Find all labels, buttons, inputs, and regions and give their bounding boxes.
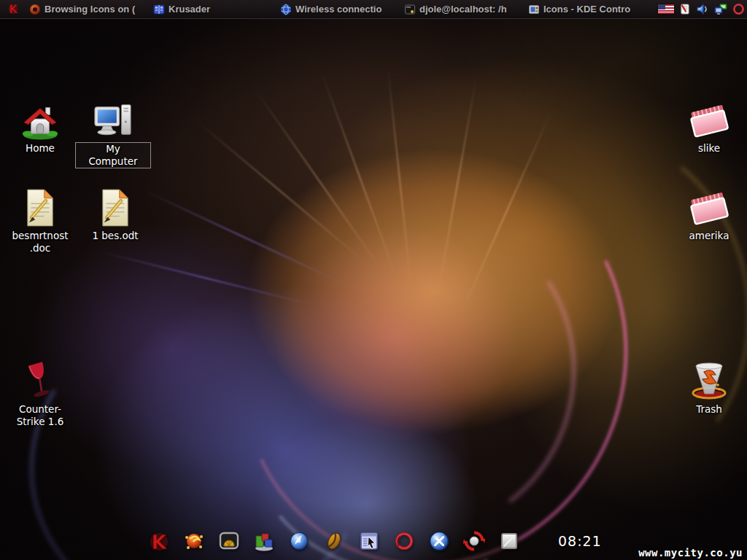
- top-taskbar: K Browsing Icons on ( Krusader Wireless …: [0, 0, 747, 19]
- kword-document-icon: [2, 185, 78, 228]
- desktop-wallpaper: [0, 0, 747, 560]
- icon-label: Home: [2, 142, 78, 155]
- photo-stack-icon: [671, 98, 747, 140]
- desktop-icon-counter-strike[interactable]: Counter-Strike 1.6: [2, 359, 78, 428]
- globe-icon: [280, 4, 292, 15]
- kde-logo-icon[interactable]: K: [7, 2, 20, 15]
- taskbar-window-konqueror[interactable]: Browsing Icons on (: [26, 0, 150, 18]
- desktop-icon-1-bes-odt[interactable]: 1 bes.odt: [77, 185, 153, 242]
- icon-label: Trash: [671, 403, 747, 416]
- trash-icon: [671, 359, 747, 401]
- opera-icon[interactable]: [393, 530, 415, 552]
- network-monitor-icon[interactable]: [713, 2, 728, 17]
- watermark-text: www.mycity.co.yu: [638, 547, 743, 559]
- home-icon: [2, 98, 78, 140]
- svg-text:K: K: [9, 3, 18, 15]
- volume-speaker-icon[interactable]: [695, 2, 709, 16]
- taskbar-window-konsole[interactable]: djole@localhost: /h: [401, 0, 524, 18]
- window-picker-icon[interactable]: [358, 530, 380, 552]
- taskbar-window-kcontrol[interactable]: Icons - KDE Contro: [525, 0, 651, 18]
- opera-tray-icon[interactable]: [732, 3, 745, 15]
- taskbar-window-wireless[interactable]: Wireless connectio: [277, 0, 400, 18]
- wine-glass-icon: [2, 359, 78, 401]
- wallpaper-vignette: [0, 0, 747, 560]
- system-tray: [658, 0, 745, 18]
- packages-icon[interactable]: [253, 530, 275, 552]
- amarok-wolf-icon[interactable]: [288, 530, 310, 552]
- show-desktop-icon[interactable]: [498, 530, 520, 552]
- konqueror-icon: [29, 4, 41, 15]
- icon-label: amerika: [671, 230, 747, 242]
- kword-document-icon: [77, 185, 153, 228]
- desktop-icon-amerika[interactable]: amerika: [671, 185, 747, 242]
- icon-label: 1 bes.odt: [77, 230, 153, 242]
- my-computer-icon: [75, 98, 151, 140]
- window-title: Browsing Icons on (: [44, 4, 135, 15]
- desktop-icon-trash[interactable]: Trash: [671, 359, 747, 416]
- desktop-icon-besmrtnost-doc[interactable]: besmrtnost.doc: [2, 185, 78, 254]
- klipper-clipboard-icon[interactable]: [678, 3, 691, 15]
- window-title: Wireless connectio: [295, 4, 382, 15]
- kcontrol-icon: [528, 4, 540, 15]
- svg-text:K: K: [152, 531, 168, 552]
- kaffeine-bean-icon[interactable]: [323, 530, 345, 552]
- konsole-shell-icon[interactable]: [218, 530, 240, 552]
- window-title: Krusader: [169, 4, 210, 15]
- keyboard-layout-us-flag-icon[interactable]: [658, 4, 674, 14]
- desktop-icon-my-computer[interactable]: MyComputer: [75, 98, 151, 168]
- konsole-icon: [404, 4, 416, 15]
- window-title: Icons - KDE Contro: [543, 4, 630, 15]
- window-title: djole@localhost: /h: [419, 4, 507, 15]
- icon-label-selected: MyComputer: [75, 142, 151, 168]
- krusader-icon: [153, 4, 165, 15]
- fireball-icon[interactable]: [183, 530, 205, 552]
- desktop-icon-home[interactable]: Home: [2, 98, 78, 155]
- control-center-icon[interactable]: [428, 530, 450, 552]
- icon-label: Counter-: [2, 403, 78, 416]
- icon-label: .doc: [2, 242, 78, 254]
- icon-label: besmrtnost: [2, 230, 78, 242]
- desktop-icon-slike[interactable]: slike: [671, 98, 747, 155]
- updater-icon[interactable]: [463, 530, 485, 552]
- icon-label: slike: [671, 142, 747, 155]
- taskbar-window-krusader[interactable]: Krusader: [150, 0, 274, 18]
- photo-stack-icon: [671, 185, 747, 228]
- flag-canton: [658, 4, 665, 9]
- kde-menu-icon[interactable]: K: [148, 530, 170, 552]
- bottom-dock: K: [148, 530, 602, 552]
- dock-clock[interactable]: 08:21: [558, 533, 602, 549]
- icon-label: Strike 1.6: [2, 416, 78, 428]
